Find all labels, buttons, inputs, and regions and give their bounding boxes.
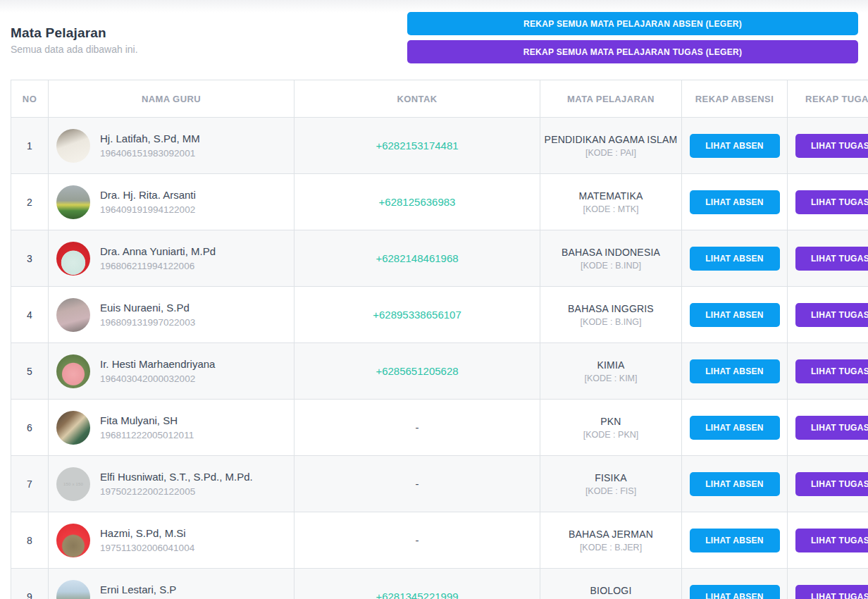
teacher-name-block: Elfi Husniwati, S.T., S.Pd., M.Pd. 19750…: [100, 471, 253, 497]
col-header-rekap-absensi: REKAP ABSENSI: [682, 80, 788, 118]
teacher-cell: Hazmi, S.Pd, M.Si 197511302006041004: [49, 524, 293, 557]
subject-name: PKN: [541, 416, 681, 427]
teacher-nip: 196809131997022003: [100, 317, 195, 328]
rekap-absen-leger-button[interactable]: REKAP SEMUA MATA PELAJARAN ABSEN (LEGER): [407, 12, 858, 35]
lihat-absen-button[interactable]: LIHAT ABSEN: [690, 190, 780, 214]
contact-phone-link[interactable]: +628125636983: [379, 196, 456, 208]
contact-phone-link: -: [416, 534, 419, 546]
lihat-absen-button[interactable]: LIHAT ABSEN: [690, 303, 780, 327]
teacher-nip: 197511302006041004: [100, 543, 194, 553]
teacher-avatar: [56, 242, 90, 276]
lihat-tugas-button[interactable]: LIHAT TUGAS: [795, 134, 868, 158]
contact-phone-link[interactable]: +6281345221999: [376, 591, 458, 599]
lihat-absen-button[interactable]: LIHAT ABSEN: [690, 585, 780, 599]
teacher-avatar: [56, 411, 90, 445]
subject-name: BIOLOGI: [541, 585, 681, 596]
teacher-name: Dra. Anna Yuniarti, M.Pd: [100, 245, 216, 257]
lihat-tugas-button[interactable]: LIHAT TUGAS: [795, 472, 868, 496]
teacher-avatar: [56, 524, 90, 557]
lihat-tugas-button[interactable]: LIHAT TUGAS: [795, 303, 868, 327]
subject-code: [KODE : B.ING]: [541, 317, 681, 327]
lihat-absen-button[interactable]: LIHAT ABSEN: [690, 472, 780, 496]
row-number: 1: [11, 118, 49, 174]
teacher-nip: 196403042000032002: [100, 373, 215, 384]
lihat-absen-button[interactable]: LIHAT ABSEN: [690, 416, 780, 440]
teacher-nip: 196806211994122006: [100, 261, 216, 271]
table-row: 9 Erni Lestari, S.P 197909092006042031 +…: [11, 569, 868, 599]
teacher-cell: Fita Mulyani, SH 196811222005012011: [49, 411, 293, 445]
lihat-tugas-button[interactable]: LIHAT TUGAS: [795, 247, 868, 271]
teacher-name-block: Euis Nuraeni, S.Pd 196809131997022003: [100, 302, 195, 328]
lihat-absen-button[interactable]: LIHAT ABSEN: [690, 529, 780, 552]
teacher-avatar: [56, 185, 90, 219]
teacher-nip: 197502122002122005: [100, 486, 253, 497]
subject-name: FISIKA: [541, 472, 681, 483]
teacher-avatar: [56, 354, 90, 388]
row-number: 2: [11, 174, 49, 230]
page-header: Mata Pelajaran Semua data ada dibawah in…: [0, 0, 868, 80]
subject-name: MATEMATIKA: [541, 190, 681, 202]
teacher-name: Ir. Hesti Marhaendriyana: [100, 358, 215, 370]
teacher-avatar: 150 x 150: [56, 467, 90, 501]
col-header-mata-pelajaran: MATA PELAJARAN: [540, 80, 682, 118]
subject-name: BAHASA INGGRIS: [541, 303, 681, 314]
col-header-no: NO: [11, 80, 49, 118]
contact-phone-link: -: [416, 478, 419, 490]
subject-code: [KODE : KIM]: [541, 373, 681, 383]
lihat-absen-button[interactable]: LIHAT ABSEN: [690, 134, 780, 158]
page-subtitle: Semua data ada dibawah ini.: [11, 44, 138, 55]
teacher-name: Elfi Husniwati, S.T., S.Pd., M.Pd.: [100, 471, 253, 483]
row-number: 5: [11, 343, 49, 400]
contact-phone-link[interactable]: +6285651205628: [376, 365, 458, 377]
teacher-avatar: [56, 298, 90, 332]
subject-code: [KODE : MTK]: [541, 204, 681, 214]
lihat-tugas-button[interactable]: LIHAT TUGAS: [795, 529, 868, 552]
teacher-name-block: Dra. Anna Yuniarti, M.Pd 196806211994122…: [100, 245, 216, 271]
avatar-placeholder-text: 150 x 150: [63, 482, 83, 486]
teacher-name-block: Fita Mulyani, SH 196811222005012011: [100, 414, 194, 440]
teacher-cell: Euis Nuraeni, S.Pd 196809131997022003: [49, 298, 293, 332]
subject-code: [KODE : B.JER]: [541, 543, 681, 552]
teacher-name-block: Ir. Hesti Marhaendriyana 196403042000032…: [100, 358, 215, 384]
teacher-nip: 196811222005012011: [100, 430, 194, 440]
subject-code: [KODE : PAI]: [541, 148, 681, 158]
page-title: Mata Pelajaran: [11, 25, 106, 41]
contact-phone-link[interactable]: +6282148461968: [376, 252, 458, 264]
teacher-nip: 196409191994122002: [100, 204, 196, 215]
row-number: 3: [11, 230, 49, 287]
teacher-cell: Ir. Hesti Marhaendriyana 196403042000032…: [49, 354, 293, 388]
table-row: 2 Dra. Hj. Rita. Arsanti 196409191994122…: [11, 174, 868, 230]
teacher-avatar: [56, 580, 90, 599]
lihat-tugas-button[interactable]: LIHAT TUGAS: [795, 190, 868, 214]
subject-code: [KODE : B.IND]: [541, 261, 681, 271]
teacher-name-block: Hazmi, S.Pd, M.Si 197511302006041004: [100, 527, 194, 553]
lihat-tugas-button[interactable]: LIHAT TUGAS: [795, 585, 868, 599]
subject-name: BAHASA INDONESIA: [541, 247, 681, 258]
lihat-absen-button[interactable]: LIHAT ABSEN: [690, 247, 780, 271]
teacher-cell: Hj. Latifah, S.Pd, MM 196406151983092001: [49, 129, 293, 163]
header-actions: REKAP SEMUA MATA PELAJARAN ABSEN (LEGER)…: [407, 12, 858, 63]
rekap-tugas-leger-button[interactable]: REKAP SEMUA MATA PELAJARAN TUGAS (LEGER): [407, 40, 858, 63]
teacher-cell: 150 x 150 Elfi Husniwati, S.T., S.Pd., M…: [49, 467, 293, 501]
col-header-kontak: KONTAK: [294, 80, 540, 118]
contact-phone-link: -: [416, 421, 419, 433]
teacher-cell: Dra. Anna Yuniarti, M.Pd 196806211994122…: [49, 242, 293, 276]
teachers-table: NO NAMA GURU KONTAK MATA PELAJARAN REKAP…: [11, 80, 868, 599]
row-number: 8: [11, 512, 49, 569]
lihat-tugas-button[interactable]: LIHAT TUGAS: [795, 359, 868, 383]
table-row: 5 Ir. Hesti Marhaendriyana 1964030420000…: [11, 343, 868, 400]
subject-name: BAHASA JERMAN: [541, 529, 681, 540]
contact-phone-link[interactable]: +6282153174481: [376, 140, 458, 152]
teacher-name: Fita Mulyani, SH: [100, 414, 194, 426]
table-row: 4 Euis Nuraeni, S.Pd 196809131997022003 …: [11, 287, 868, 343]
contact-phone-link[interactable]: +62895338656107: [373, 309, 461, 321]
subject-name: KIMIA: [541, 359, 681, 371]
teacher-name-block: Hj. Latifah, S.Pd, MM 196406151983092001: [100, 132, 200, 159]
col-header-nama-guru: NAMA GURU: [49, 80, 294, 118]
row-number: 7: [11, 456, 49, 512]
lihat-tugas-button[interactable]: LIHAT TUGAS: [795, 416, 868, 440]
table-row: 3 Dra. Anna Yuniarti, M.Pd 1968062119941…: [11, 230, 868, 287]
lihat-absen-button[interactable]: LIHAT ABSEN: [690, 359, 780, 383]
teacher-name: Dra. Hj. Rita. Arsanti: [100, 189, 196, 201]
teacher-cell: Erni Lestari, S.P 197909092006042031: [49, 580, 293, 599]
